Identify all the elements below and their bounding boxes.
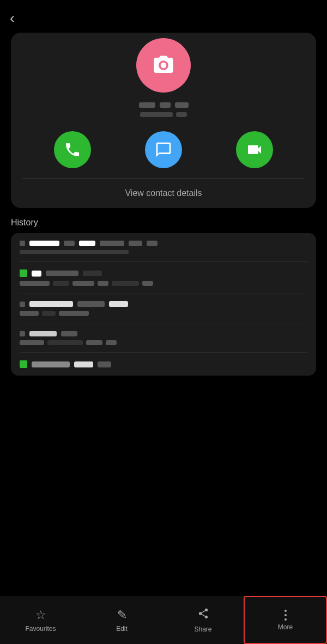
redacted-text [74,361,93,367]
redacted-text [20,281,50,286]
redacted-text [42,311,56,316]
redacted-text [139,102,155,108]
redacted-text [61,331,77,336]
more-icon [284,610,287,621]
status-dot [20,360,27,368]
status-dot [20,241,25,246]
nav-label-edit: Edit [116,625,128,633]
redacted-text [20,340,44,345]
redacted-text [83,271,102,276]
history-list [11,233,316,376]
action-buttons [22,126,305,178]
list-item[interactable] [11,293,316,323]
redacted-text [32,361,70,367]
message-icon [155,141,172,158]
redacted-text [20,250,129,254]
bottom-nav: ☆ Favourites ✎ Edit Share More [0,596,327,644]
redacted-text [98,361,111,367]
redacted-text [53,281,69,286]
phone-icon [64,141,81,158]
redacted-text [147,241,158,246]
redacted-text [140,112,173,117]
back-button[interactable]: ‹ [10,10,15,27]
redacted-text [29,241,59,246]
redacted-text [109,301,128,307]
nav-label-more: More [278,623,293,631]
contact-name-block [139,102,189,117]
redacted-text [20,311,39,316]
redacted-text [46,271,78,276]
list-item[interactable] [11,262,316,293]
call-button[interactable] [54,131,91,168]
status-dot [20,302,25,307]
redacted-text [160,102,171,108]
avatar [136,38,191,93]
videocam-icon [246,141,263,158]
share-icon [197,608,209,623]
star-icon: ☆ [35,608,46,622]
status-dot [20,269,27,277]
redacted-text [59,311,89,316]
contact-card: View contact details [11,33,316,208]
redacted-text [77,301,105,307]
redacted-text [29,331,57,336]
list-item[interactable] [11,233,316,262]
redacted-text [112,281,139,286]
view-contact-button[interactable]: View contact details [22,179,305,208]
redacted-text [64,241,75,246]
camera-icon [152,54,175,77]
redacted-text [129,241,142,246]
redacted-text [176,112,187,117]
redacted-text [72,281,94,286]
redacted-text [79,241,95,246]
redacted-text [32,271,41,277]
list-item[interactable] [11,323,316,353]
nav-item-favourites[interactable]: ☆ Favourites [0,596,81,644]
redacted-text [98,281,108,286]
redacted-text [142,281,153,286]
status-dot [20,331,25,336]
redacted-text [47,340,83,345]
redacted-text [106,340,117,345]
redacted-text [100,241,124,246]
nav-label-share: Share [194,625,211,633]
redacted-text [86,340,102,345]
message-button[interactable] [145,131,182,168]
redacted-text [175,102,189,108]
edit-icon: ✎ [117,608,127,622]
nav-item-edit[interactable]: ✎ Edit [81,596,162,644]
redacted-text [29,301,73,307]
list-item[interactable] [11,353,316,376]
history-label: History [0,208,327,233]
nav-label-favourites: Favourites [25,625,56,633]
nav-item-share[interactable]: Share [162,596,244,644]
nav-item-more[interactable]: More [244,596,327,644]
video-call-button[interactable] [236,131,273,168]
